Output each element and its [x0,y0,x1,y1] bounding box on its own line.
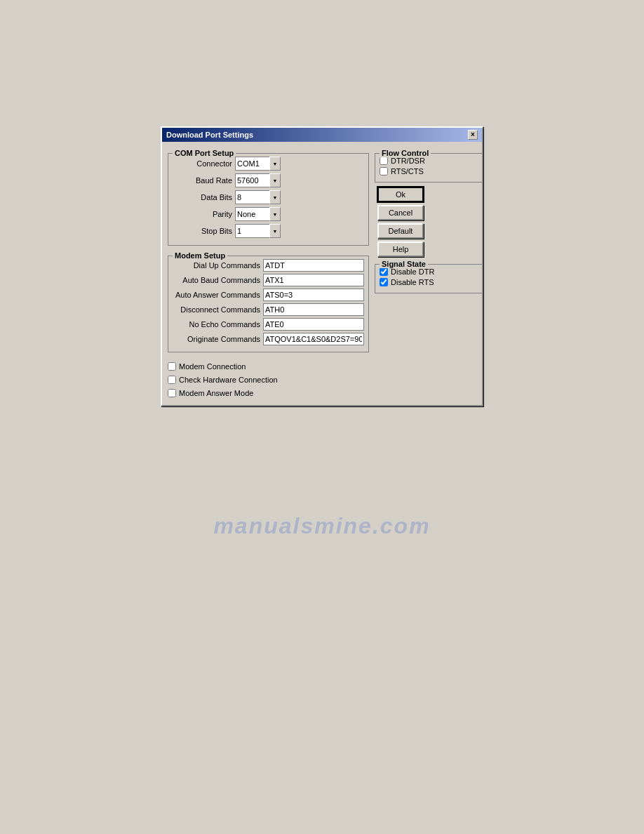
watermark: manualsmine.com [213,513,430,539]
auto-answer-input[interactable] [263,289,364,301]
data-bits-label: Data Bits [173,193,232,201]
download-port-settings-dialog: Download Port Settings × COM Port Setup … [161,126,483,406]
modem-answer-checkbox[interactable] [168,389,176,397]
disconnect-row: Disconnect Commands [173,303,364,316]
dtr-dsr-checkbox[interactable] [380,157,388,165]
flow-control-title: Flow Control [380,149,431,157]
disconnect-label: Disconnect Commands [173,305,260,314]
no-echo-row: No Echo Commands [173,318,364,331]
no-echo-input[interactable] [263,318,364,331]
connector-select[interactable]: COM1 COM2 COM3 COM4 [235,157,281,171]
signal-state-title: Signal State [380,260,428,268]
modem-setup-group-title: Modem Setup [173,251,227,260]
cancel-button[interactable]: Cancel [377,205,424,220]
signal-state-group: Signal State Disable DTR Disable RTS [375,264,483,293]
data-bits-select-wrapper: 5 6 7 8 ▼ [235,190,281,204]
disable-dtr-label: Disable DTR [391,267,434,276]
stop-bits-row: Stop Bits 1 1.5 2 ▼ [173,224,364,238]
help-button[interactable]: Help [377,241,424,257]
baud-rate-select[interactable]: 1200 2400 4800 9600 19200 38400 57600 11… [235,173,281,187]
rts-cts-label: RTS/CTS [391,167,424,176]
connector-row: Connector COM1 COM2 COM3 COM4 ▼ [173,157,364,171]
com-port-group-title: COM Port Setup [173,149,236,157]
disable-rts-row: Disable RTS [380,278,478,286]
disable-rts-label: Disable RTS [391,278,434,286]
check-hardware-row: Check Hardware Connection [168,376,476,384]
check-hardware-checkbox[interactable] [168,376,176,384]
stop-bits-select[interactable]: 1 1.5 2 [235,224,281,238]
modem-connection-checkbox[interactable] [168,362,176,371]
baud-rate-select-wrapper: 1200 2400 4800 9600 19200 38400 57600 11… [235,173,281,187]
originate-row: Originate Commands [173,333,364,345]
default-button[interactable]: Default [377,223,424,239]
data-bits-row: Data Bits 5 6 7 8 ▼ [173,190,364,204]
modem-connection-label: Modem Connection [179,362,246,371]
stop-bits-label: Stop Bits [173,227,232,235]
no-echo-label: No Echo Commands [173,320,260,329]
modem-setup-group: Modem Setup Dial Up Commands Auto Baud C… [168,256,369,352]
connector-select-wrapper: COM1 COM2 COM3 COM4 ▼ [235,157,281,171]
baud-rate-label: Baud Rate [173,176,232,185]
disable-dtr-row: Disable DTR [380,267,478,276]
bottom-checkboxes: Modem Connection Check Hardware Connecti… [162,358,482,405]
dialog-title: Download Port Settings [166,131,253,139]
dial-up-label: Dial Up Commands [173,261,260,270]
ok-button[interactable]: Ok [377,187,424,202]
left-panel: COM Port Setup Connector COM1 COM2 COM3 … [168,147,369,352]
disconnect-input[interactable] [263,303,364,316]
button-panel: Ok Cancel Default Help [375,187,483,257]
auto-baud-row: Auto Baud Commands [173,274,364,286]
modem-connection-row: Modem Connection [168,362,476,371]
originate-input[interactable] [263,333,364,345]
auto-baud-label: Auto Baud Commands [173,276,260,284]
originate-label: Originate Commands [173,335,260,343]
connector-label: Connector [173,159,232,168]
dtr-dsr-label: DTR/DSR [391,157,425,165]
parity-row: Parity None Even Odd Mark Space ▼ [173,207,364,221]
dial-up-input[interactable] [263,259,364,272]
modem-answer-row: Modem Answer Mode [168,389,476,397]
parity-select[interactable]: None Even Odd Mark Space [235,207,281,221]
right-panel: Flow Control DTR/DSR RTS/CTS Ok Cancel D… [375,147,483,352]
auto-answer-label: Auto Answer Commands [173,291,260,299]
rts-cts-checkbox[interactable] [380,167,388,176]
com-port-setup-group: COM Port Setup Connector COM1 COM2 COM3 … [168,153,369,246]
close-button[interactable]: × [468,130,478,140]
parity-label: Parity [173,210,232,218]
data-bits-select[interactable]: 5 6 7 8 [235,190,281,204]
disable-rts-checkbox[interactable] [380,278,388,286]
flow-control-group: Flow Control DTR/DSR RTS/CTS [375,153,483,183]
check-hardware-label: Check Hardware Connection [179,376,278,384]
title-bar: Download Port Settings × [162,128,482,142]
rts-cts-row: RTS/CTS [380,167,478,176]
dial-up-row: Dial Up Commands [173,259,364,272]
baud-rate-row: Baud Rate 1200 2400 4800 9600 19200 3840… [173,173,364,187]
stop-bits-select-wrapper: 1 1.5 2 ▼ [235,224,281,238]
dialog-body: COM Port Setup Connector COM1 COM2 COM3 … [162,142,482,358]
auto-baud-input[interactable] [263,274,364,286]
auto-answer-row: Auto Answer Commands [173,289,364,301]
parity-select-wrapper: None Even Odd Mark Space ▼ [235,207,281,221]
dtr-dsr-row: DTR/DSR [380,157,478,165]
disable-dtr-checkbox[interactable] [380,267,388,276]
modem-answer-label: Modem Answer Mode [179,389,253,397]
